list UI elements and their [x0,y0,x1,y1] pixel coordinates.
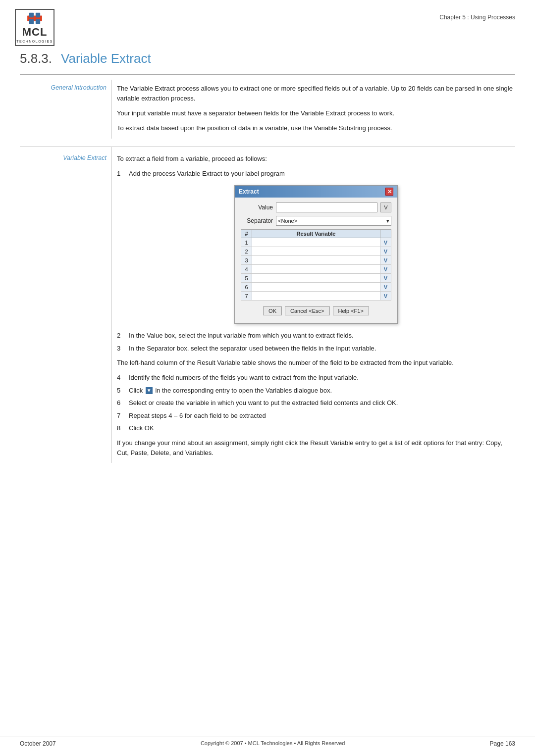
table-cell-result[interactable] [252,238,380,247]
table-cell-v[interactable]: V [380,238,391,247]
step-4-num: 4 [117,373,126,383]
chapter-label: Chapter 5 : Using Processes [439,9,515,21]
step-2-text: In the Value box, select the input varia… [129,331,515,341]
table-cell-v[interactable]: V [380,292,391,301]
table-cell-v[interactable]: V [380,283,391,292]
table-cell-result[interactable] [252,274,380,283]
table-cell-num: 6 [241,283,252,292]
dialog-help-button[interactable]: Help <F1> [333,306,369,315]
section-number: 5.8.3. [20,51,52,66]
svg-rect-2 [36,13,40,17]
page-header: MCL TECHNOLOGIES Chapter 5 : Using Proce… [0,0,535,46]
step-5: 5 Click ▼ in the corresponding entry to … [117,386,515,396]
table-row: 2V [241,247,391,256]
step-5-num: 5 [117,386,126,396]
variable-extract-section: Variable Extract To extract a field from… [20,147,515,463]
table-cell-num: 2 [241,247,252,256]
dialog-title: Extract [239,188,259,195]
step-3-text: In the Separator box, select the separat… [129,344,515,353]
dialog-value-row: Value V [241,202,391,212]
final-para: If you change your mind about an assignm… [117,438,515,458]
table-row: 6V [241,283,391,292]
table-col-v [380,230,391,238]
table-cell-result[interactable] [252,292,380,301]
ve-content-col: To extract a field from a variable, proc… [111,147,515,463]
step-4-text: Identify the field numbers of the fields… [129,373,515,383]
dialog-value-v-btn[interactable]: V [380,202,391,212]
step-7-text: Repeat steps 4 – 6 for each field to be … [129,411,515,421]
table-cell-num: 1 [241,238,252,247]
logo-graphic [27,12,43,25]
step-5-text: Click ▼ in the corresponding entry to op… [129,386,515,396]
table-cell-v[interactable]: V [380,265,391,274]
v-icon: ▼ [146,387,153,394]
step-1: 1 Add the process Variable Extract to yo… [117,169,515,179]
step-7-num: 7 [117,411,126,421]
logo-subtitle: TECHNOLOGIES [16,40,53,43]
step-6-num: 6 [117,398,126,408]
ve-label: Variable Extract [63,154,107,161]
page-content: 5.8.3. Variable Extract General introduc… [0,46,535,473]
dialog-separator-row: Separator <None> ▾ [241,216,391,226]
general-intro-section: General introduction The Variable Extrac… [20,80,515,147]
dialog-cancel-button[interactable]: Cancel <Esc> [285,306,329,315]
table-cell-num: 7 [241,292,252,301]
step-4: 4 Identify the field numbers of the fiel… [117,373,515,383]
dialog-close-button[interactable]: ✕ [385,188,393,196]
step-6-text: Select or create the variable in which y… [129,398,515,408]
step-2: 2 In the Value box, select the input var… [117,331,515,341]
intro-para-2: Your input variable must have a separato… [117,108,515,118]
svg-rect-3 [29,19,34,24]
svg-rect-4 [36,19,40,24]
dialog-body: Value V Separator <None> ▾ [235,198,397,323]
table-row: 4V [241,265,391,274]
dialog-separator-label: Separator [241,217,273,224]
step-1-num: 1 [117,169,126,179]
footer-date: October 2007 [20,740,56,747]
table-row: 5V [241,274,391,283]
intro-para-1: The Variable Extract process allows you … [117,84,515,103]
dialog-footer: OK Cancel <Esc> Help <F1> [241,304,391,319]
step-8: 8 Click OK [117,423,515,433]
logo-text: MCL [22,26,48,39]
dialog-screenshot: Extract ✕ Value V Separator [117,185,515,324]
svg-rect-1 [29,13,34,17]
intro-content-col: The Variable Extract process allows you … [111,80,515,139]
section-title: Variable Extract [61,51,151,66]
dialog-value-input[interactable] [276,202,377,212]
table-row: 3V [241,256,391,265]
step-7: 7 Repeat steps 4 – 6 for each field to b… [117,411,515,421]
dialog-box: Extract ✕ Value V Separator [234,185,398,324]
table-cell-v[interactable]: V [380,247,391,256]
step-8-num: 8 [117,423,126,433]
table-col-num: # [241,230,252,238]
table-cell-v[interactable]: V [380,256,391,265]
intro-label-col: General introduction [20,80,111,139]
ve-intro-text: To extract a field from a variable, proc… [117,154,515,164]
dialog-ok-button[interactable]: OK [263,306,282,315]
table-row: 7V [241,292,391,301]
dialog-separator-value: <None> [278,218,297,224]
table-cell-result[interactable] [252,283,380,292]
step-3-num: 3 [117,344,126,353]
table-cell-v[interactable]: V [380,274,391,283]
step-6: 6 Select or create the variable in which… [117,398,515,408]
step-3: 3 In the Separator box, select the separ… [117,344,515,353]
dialog-separator-select[interactable]: <None> ▾ [276,216,391,226]
table-cell-num: 3 [241,256,252,265]
footer-copyright: Copyright © 2007 • MCL Technologies • Al… [56,740,490,747]
ve-label-col: Variable Extract [20,147,111,463]
table-cell-result[interactable] [252,247,380,256]
dialog-titlebar: Extract ✕ [235,186,397,198]
table-cell-num: 4 [241,265,252,274]
result-variable-para: The left-hand column of the Result Varia… [117,358,515,368]
step-2-num: 2 [117,331,126,341]
step-1-text: Add the process Variable Extract to your… [129,169,515,179]
logo: MCL TECHNOLOGIES [15,9,54,46]
table-cell-result[interactable] [252,256,380,265]
intro-para-3: To extract data based upon the position … [117,123,515,133]
step-8-text: Click OK [129,423,515,433]
table-cell-result[interactable] [252,265,380,274]
page-footer: October 2007 Copyright © 2007 • MCL Tech… [0,737,535,747]
footer-page: Page 163 [490,740,515,747]
